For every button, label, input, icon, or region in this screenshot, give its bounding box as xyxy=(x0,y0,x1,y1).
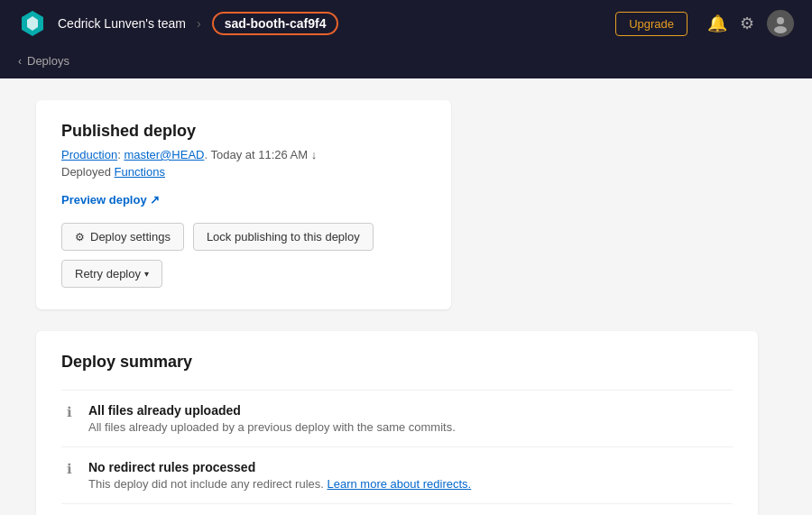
svg-point-2 xyxy=(777,17,784,24)
header-icons: 🔔 ⚙ xyxy=(707,10,794,37)
settings-icon[interactable]: ⚙ xyxy=(740,14,754,33)
summary-item-files: ℹ All files already uploaded All files a… xyxy=(61,390,733,446)
redirect-learn-more-link[interactable]: Learn more about redirects. xyxy=(327,477,471,491)
published-deploy-card: Published deploy Production: master@HEAD… xyxy=(36,100,451,309)
summary-item-1-content: All files already uploaded All files alr… xyxy=(88,403,733,434)
retry-deploy-label: Retry deploy xyxy=(75,267,141,280)
summary-item-2-title: No redirect rules processed xyxy=(88,460,733,474)
upgrade-button[interactable]: Upgrade xyxy=(615,12,687,36)
site-name[interactable]: sad-booth-caf9f4 xyxy=(212,12,339,35)
main-content: Published deploy Production: master@HEAD… xyxy=(0,78,812,515)
commit-ref-link[interactable]: master@HEAD xyxy=(124,148,204,161)
info-icon-1: ℹ xyxy=(61,404,78,420)
header-separator: › xyxy=(197,16,201,31)
lock-publishing-button[interactable]: Lock publishing to this deploy xyxy=(193,223,374,251)
breadcrumb-bar: ‹ Deploys xyxy=(0,47,812,78)
summary-item-1-title: All files already uploaded xyxy=(88,403,733,418)
deploy-card-title: Published deploy xyxy=(61,122,426,141)
summary-item-2-content: No redirect rules processed This deploy … xyxy=(88,460,733,491)
redirect-desc-text: This deploy did not include any redirect… xyxy=(88,477,327,491)
chevron-down-icon: ▾ xyxy=(144,269,149,279)
svg-point-3 xyxy=(774,26,787,33)
gear-icon: ⚙ xyxy=(75,231,85,244)
team-name: Cedrick Lunven's team xyxy=(58,16,186,31)
summary-item-redirects: ℹ No redirect rules processed This deplo… xyxy=(61,446,733,503)
deploy-time: Today at 11:26 AM xyxy=(210,148,308,161)
summary-item-headers: ℹ No header rules processed This deploy … xyxy=(61,503,733,515)
preview-deploy-link[interactable]: Preview deploy ↗ xyxy=(61,193,160,207)
header: Cedrick Lunven's team › sad-booth-caf9f4… xyxy=(0,0,812,47)
deploy-summary-section: Deploy summary ℹ All files already uploa… xyxy=(36,331,758,515)
summary-item-2-desc: This deploy did not include any redirect… xyxy=(88,477,733,491)
deploy-functions: Deployed Functions xyxy=(61,165,426,179)
lock-publishing-label: Lock publishing to this deploy xyxy=(207,230,360,244)
production-link[interactable]: Production xyxy=(61,148,117,161)
info-icon-2: ℹ xyxy=(61,461,78,477)
netlify-logo xyxy=(18,9,47,38)
avatar[interactable] xyxy=(767,10,794,37)
retry-deploy-button[interactable]: Retry deploy ▾ xyxy=(61,260,162,288)
summary-title: Deploy summary xyxy=(61,353,733,372)
breadcrumb-deploys-link[interactable]: Deploys xyxy=(27,54,69,68)
summary-item-1-desc: All files already uploaded by a previous… xyxy=(88,420,733,434)
deploy-settings-label: Deploy settings xyxy=(90,230,171,244)
deployed-label: Deployed xyxy=(61,165,111,179)
deploy-meta: Production: master@HEAD. Today at 11:26 … xyxy=(61,148,426,161)
back-arrow: ‹ xyxy=(18,55,22,68)
functions-link[interactable]: Functions xyxy=(115,165,165,179)
deploy-arrow: ↓ xyxy=(311,148,318,161)
deploy-actions: ⚙ Deploy settings Lock publishing to thi… xyxy=(61,223,426,288)
deploy-settings-button[interactable]: ⚙ Deploy settings xyxy=(61,223,184,251)
bell-icon[interactable]: 🔔 xyxy=(707,14,727,33)
